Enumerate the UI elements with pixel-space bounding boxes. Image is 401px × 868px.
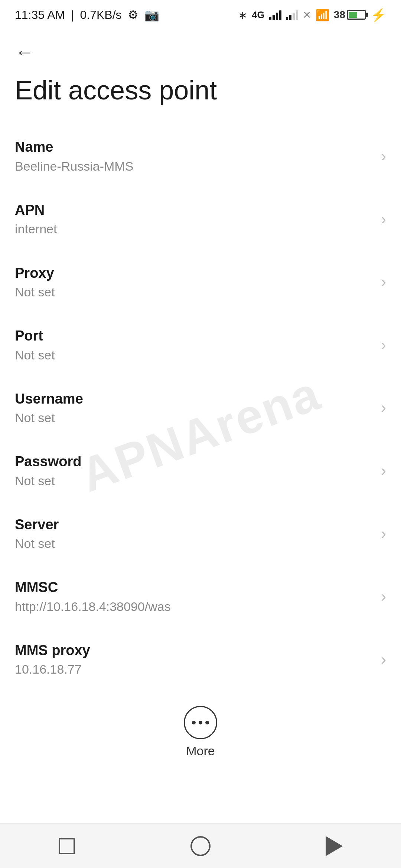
settings-content-name: NameBeeline-Russia-MMS bbox=[15, 138, 374, 174]
more-button-area: More bbox=[0, 691, 401, 769]
nav-back-button[interactable] bbox=[319, 831, 349, 861]
status-right: ∗ 4G ✕ 📶 38 ⚡ bbox=[238, 7, 386, 22]
bar2 bbox=[273, 15, 275, 20]
more-label: More bbox=[186, 744, 215, 758]
settings-label-name: Name bbox=[15, 138, 374, 156]
settings-label-mmsc: MMSC bbox=[15, 578, 374, 596]
more-button[interactable] bbox=[184, 706, 217, 739]
chevron-icon-name: › bbox=[381, 147, 386, 165]
bluetooth-icon: ∗ bbox=[238, 9, 247, 22]
video-icon: 📷 bbox=[144, 8, 159, 22]
no-signal-icon: ✕ bbox=[303, 9, 311, 21]
settings-icon: ⚙ bbox=[128, 8, 138, 22]
settings-content-mms-proxy: MMS proxy10.16.18.77 bbox=[15, 641, 374, 678]
battery-indicator: 38 bbox=[334, 9, 366, 21]
settings-label-password: Password bbox=[15, 453, 374, 471]
chevron-icon-mms-proxy: › bbox=[381, 651, 386, 668]
settings-item-server[interactable]: ServerNot set› bbox=[0, 502, 401, 565]
separator: | bbox=[71, 8, 74, 22]
dot1 bbox=[192, 721, 196, 724]
time-display: 11:35 AM bbox=[15, 8, 65, 22]
settings-list: NameBeeline-Russia-MMS›APNinternet›Proxy… bbox=[0, 125, 401, 691]
settings-item-apn[interactable]: APNinternet› bbox=[0, 188, 401, 251]
settings-value-mms-proxy: 10.16.18.77 bbox=[15, 661, 374, 677]
settings-value-username: Not set bbox=[15, 410, 374, 426]
settings-item-port[interactable]: PortNot set› bbox=[0, 313, 401, 377]
settings-item-mms-proxy[interactable]: MMS proxy10.16.18.77› bbox=[0, 628, 401, 691]
settings-content-mmsc: MMSChttp://10.16.18.4:38090/was bbox=[15, 578, 374, 615]
chevron-icon-apn: › bbox=[381, 210, 386, 228]
status-bar: 11:35 AM | 0.7KB/s ⚙ 📷 ∗ 4G ✕ 📶 38 ⚡ bbox=[0, 0, 401, 30]
settings-item-name[interactable]: NameBeeline-Russia-MMS› bbox=[0, 125, 401, 188]
settings-item-username[interactable]: UsernameNot set› bbox=[0, 377, 401, 440]
settings-value-port: Not set bbox=[15, 347, 374, 363]
home-icon bbox=[190, 836, 211, 856]
settings-content-server: ServerNot set bbox=[15, 516, 374, 552]
settings-value-mmsc: http://10.16.18.4:38090/was bbox=[15, 598, 374, 615]
settings-label-username: Username bbox=[15, 390, 374, 408]
speed-display: 0.7KB/s bbox=[80, 8, 122, 22]
chevron-icon-username: › bbox=[381, 399, 386, 417]
status-left: 11:35 AM | 0.7KB/s ⚙ 📷 bbox=[15, 8, 159, 22]
settings-item-proxy[interactable]: ProxyNot set› bbox=[0, 251, 401, 314]
settings-label-proxy: Proxy bbox=[15, 264, 374, 282]
bar4 bbox=[279, 10, 281, 20]
signal-bars-1 bbox=[269, 10, 281, 20]
nav-recent-apps[interactable] bbox=[52, 831, 82, 861]
settings-value-apn: internet bbox=[15, 221, 374, 237]
bar3 bbox=[276, 13, 278, 20]
chevron-icon-proxy: › bbox=[381, 273, 386, 291]
nav-back[interactable]: ← bbox=[0, 30, 401, 67]
settings-label-mms-proxy: MMS proxy bbox=[15, 641, 374, 660]
recent-apps-icon bbox=[59, 838, 75, 854]
battery-icon bbox=[347, 10, 366, 20]
dot3 bbox=[205, 721, 209, 724]
settings-value-server: Not set bbox=[15, 535, 374, 552]
dot2 bbox=[199, 721, 202, 724]
charging-icon: ⚡ bbox=[371, 7, 386, 22]
settings-content-proxy: ProxyNot set bbox=[15, 264, 374, 300]
back-icon bbox=[326, 836, 343, 856]
chevron-icon-password: › bbox=[381, 462, 386, 480]
settings-label-server: Server bbox=[15, 516, 374, 534]
bar1 bbox=[269, 17, 271, 20]
bottom-nav bbox=[0, 823, 401, 868]
settings-content-username: UsernameNot set bbox=[15, 390, 374, 426]
more-dots-icon bbox=[192, 721, 209, 724]
settings-label-apn: APN bbox=[15, 201, 374, 219]
bar4 bbox=[296, 10, 298, 20]
back-arrow-icon[interactable]: ← bbox=[15, 41, 34, 63]
settings-content-apn: APNinternet bbox=[15, 201, 374, 237]
nav-home[interactable] bbox=[186, 831, 215, 861]
settings-content-password: PasswordNot set bbox=[15, 453, 374, 489]
wifi-icon: 📶 bbox=[316, 9, 329, 22]
settings-item-mmsc[interactable]: MMSChttp://10.16.18.4:38090/was› bbox=[0, 565, 401, 628]
settings-content-port: PortNot set bbox=[15, 327, 374, 363]
bar2 bbox=[289, 15, 291, 20]
4g-icon: 4G bbox=[252, 9, 265, 21]
settings-value-proxy: Not set bbox=[15, 284, 374, 300]
bar3 bbox=[293, 13, 295, 20]
settings-item-password[interactable]: PasswordNot set› bbox=[0, 439, 401, 502]
settings-value-name: Beeline-Russia-MMS bbox=[15, 158, 374, 174]
bar1 bbox=[286, 17, 288, 20]
chevron-icon-mmsc: › bbox=[381, 588, 386, 605]
chevron-icon-server: › bbox=[381, 525, 386, 543]
page-title: Edit access point bbox=[0, 67, 401, 125]
settings-value-password: Not set bbox=[15, 473, 374, 489]
signal-bars-2 bbox=[286, 10, 298, 20]
settings-label-port: Port bbox=[15, 327, 374, 345]
chevron-icon-port: › bbox=[381, 336, 386, 354]
